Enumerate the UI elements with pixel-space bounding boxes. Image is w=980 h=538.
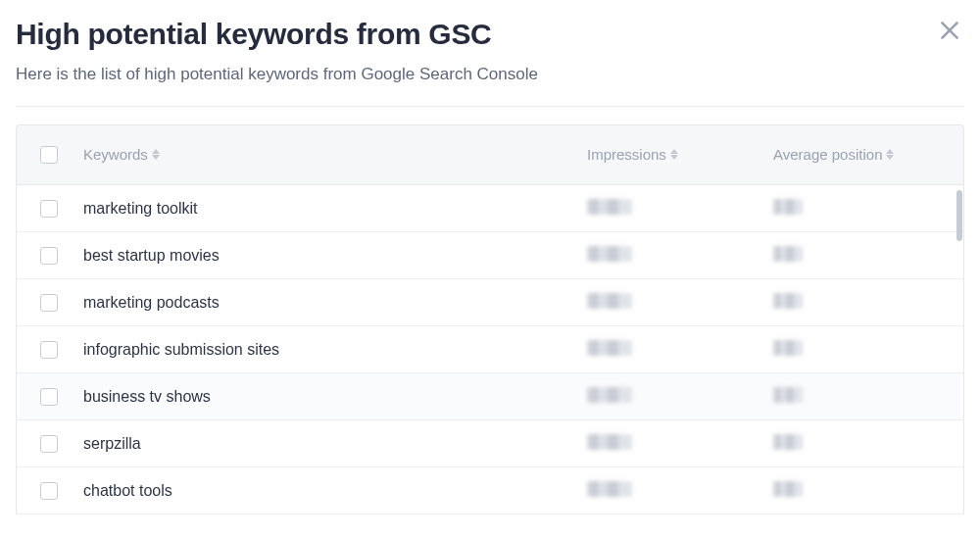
impressions-cell-blurred [587,340,632,356]
table-row[interactable]: best startup movies [17,232,963,279]
table-row[interactable]: infographic submission sites [17,326,963,373]
impressions-cell-blurred [587,199,632,215]
keyword-cell: business tv shows [83,388,587,406]
keyword-cell: serpzilla [83,435,587,453]
avg-position-cell-blurred [773,481,803,497]
row-checkbox[interactable] [40,388,58,406]
impressions-cell-blurred [587,246,632,262]
modal-title: High potential keywords from GSC [16,18,491,51]
row-checkbox[interactable] [40,200,58,218]
column-label: Keywords [83,146,148,163]
row-checkbox[interactable] [40,247,58,265]
row-checkbox[interactable] [40,294,58,312]
table-row[interactable]: serpzilla [17,420,963,467]
keyword-cell: marketing toolkit [83,200,587,218]
row-checkbox[interactable] [40,482,58,500]
scrollbar-thumb[interactable] [956,190,962,241]
avg-position-cell-blurred [773,340,803,356]
keyword-cell: best startup movies [83,247,587,265]
table-header: Keywords Impressions [16,124,964,185]
table-row[interactable]: marketing toolkit [17,185,963,232]
impressions-cell-blurred [587,387,632,403]
avg-position-cell-blurred [773,434,803,450]
row-checkbox[interactable] [40,435,58,453]
avg-position-cell-blurred [773,293,803,309]
avg-position-cell-blurred [773,199,803,215]
table-body: marketing toolkit best startup movies ma… [16,185,964,514]
select-all-checkbox[interactable] [40,146,58,164]
keyword-cell: marketing podcasts [83,294,587,312]
sort-icon [152,149,160,160]
impressions-cell-blurred [587,434,632,450]
column-label: Impressions [587,146,666,163]
table-row[interactable]: chatbot tools [17,467,963,514]
column-label: Average position [773,146,882,163]
avg-position-cell-blurred [773,387,803,403]
table-row[interactable]: business tv shows [17,373,963,420]
keyword-cell: infographic submission sites [83,341,587,359]
keyword-cell: chatbot tools [83,482,587,500]
modal-header: High potential keywords from GSC [16,18,964,51]
column-header-impressions[interactable]: Impressions [587,146,678,163]
sort-icon [670,149,678,160]
column-header-keywords[interactable]: Keywords [83,146,160,163]
impressions-cell-blurred [587,293,632,309]
close-button[interactable] [933,14,966,47]
sort-icon [886,149,894,160]
close-icon [937,18,962,43]
impressions-cell-blurred [587,481,632,497]
divider [16,106,964,107]
table-row[interactable]: marketing podcasts [17,279,963,326]
keywords-table: Keywords Impressions [16,124,964,514]
column-header-avg-position[interactable]: Average position [773,146,894,163]
avg-position-cell-blurred [773,246,803,262]
keywords-modal: High potential keywords from GSC Here is… [0,0,980,514]
row-checkbox[interactable] [40,341,58,359]
modal-subtitle: Here is the list of high potential keywo… [16,65,964,84]
